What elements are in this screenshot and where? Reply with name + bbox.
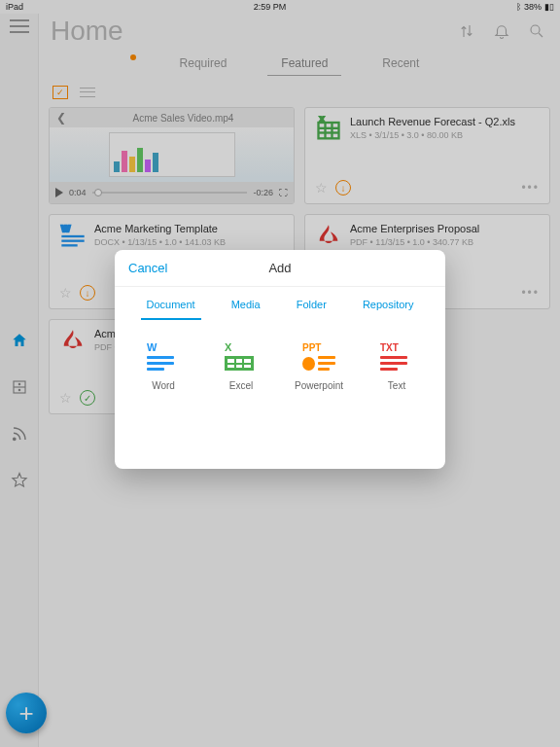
option-powerpoint[interactable]: PPT Powerpoint <box>289 341 349 391</box>
tab-media[interactable]: Media <box>226 295 266 320</box>
powerpoint-icon: PPT <box>302 341 335 371</box>
excel-icon: X <box>225 341 258 371</box>
option-text[interactable]: TXT Text <box>367 341 427 391</box>
text-icon: TXT <box>380 341 413 371</box>
modal-overlay[interactable]: Cancel Add Document Media Folder Reposit… <box>0 0 560 747</box>
option-label: Excel <box>229 380 253 391</box>
modal-tabs: Document Media Folder Repository <box>115 287 445 320</box>
option-label: Word <box>152 380 175 391</box>
cancel-button[interactable]: Cancel <box>115 261 181 275</box>
option-excel[interactable]: X Excel <box>211 341 271 391</box>
modal-body: W Word X Excel PPT <box>115 320 445 469</box>
option-label: Powerpoint <box>295 380 343 391</box>
tab-document[interactable]: Document <box>141 295 201 320</box>
tab-repository[interactable]: Repository <box>357 295 420 320</box>
tab-folder[interactable]: Folder <box>291 295 332 320</box>
option-word[interactable]: W Word <box>133 341 193 391</box>
word-icon: W <box>147 341 180 371</box>
option-label: Text <box>388 380 405 391</box>
add-modal: Cancel Add Document Media Folder Reposit… <box>115 250 445 469</box>
